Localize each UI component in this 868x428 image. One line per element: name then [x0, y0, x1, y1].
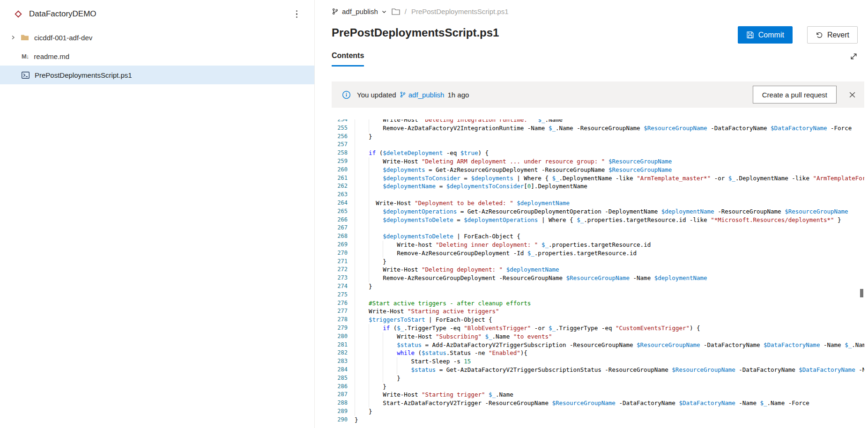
editor-line[interactable]: 257	[329, 140, 864, 149]
editor-scrollbar-handle[interactable]	[860, 289, 863, 297]
commit-label: Commit	[758, 31, 784, 39]
breadcrumb-file: PrePostDeploymentsScript.ps1	[411, 7, 509, 15]
editor-line[interactable]: 282 while ($status.Status -ne "Enabled")…	[329, 349, 864, 357]
data-factory-logo-icon	[14, 10, 22, 18]
editor-line[interactable]: 263	[329, 191, 864, 199]
editor-line[interactable]: 288 Start-AzDataFactoryV2Trigger -Resour…	[329, 399, 864, 407]
editor-line[interactable]: 270 Remove-AzResourceGroupDeployment -Id…	[329, 249, 864, 258]
breadcrumb: adf_publish / PrePostDeploymentsScript.p…	[332, 7, 509, 15]
factory-name: DataFactoryDEMO	[29, 9, 293, 19]
create-pull-request-button[interactable]: Create a pull request	[753, 86, 837, 103]
action-buttons: Commit Revert	[738, 26, 858, 44]
editor-line[interactable]: 268 $deploymentsToDelete | ForEach-Objec…	[329, 232, 864, 241]
editor-line[interactable]: 265 $deploymentOperations = Get-AzResour…	[329, 207, 864, 216]
code-editor[interactable]: 254 Write-Host "Deleting integration run…	[329, 119, 864, 428]
expand-icon[interactable]	[850, 52, 858, 60]
markdown-icon: M↓	[22, 53, 29, 60]
notification-prefix: You updated	[357, 91, 396, 99]
editor-line[interactable]: 266 $deploymentsToDelete = $deploymentOp…	[329, 216, 864, 224]
repo-header: DataFactoryDEMO	[0, 0, 314, 28]
branch-name: adf_publish	[342, 7, 378, 15]
editor-line[interactable]: 256 }	[329, 133, 864, 141]
folder-icon	[21, 34, 29, 41]
editor-line[interactable]: 274 }	[329, 282, 864, 291]
git-branch-icon	[332, 8, 339, 15]
info-icon	[342, 90, 351, 99]
sidebar-item-readme[interactable]: M↓ readme.md	[0, 47, 314, 66]
editor-line[interactable]: 285 }	[329, 374, 864, 383]
editor-line[interactable]: 254 Write-Host "Deleting integration run…	[329, 119, 864, 124]
editor-line[interactable]: 271 }	[329, 258, 864, 266]
save-icon	[746, 31, 754, 39]
tab-contents[interactable]: Contents	[332, 52, 364, 66]
tab-bar: Contents	[332, 52, 858, 67]
editor-line[interactable]: 280 Write-Host "Subscribing" $_.Name "to…	[329, 332, 864, 341]
git-branch-icon	[400, 91, 406, 98]
editor-line[interactable]: 260 $deployments = Get-AzResourceGroupDe…	[329, 166, 864, 174]
notification-message: You updated adf_publish 1h ago	[357, 91, 747, 99]
sidebar-item-label: PrePostDeploymentsScript.ps1	[35, 71, 132, 79]
powershell-file-icon	[22, 72, 30, 79]
editor-line[interactable]: 287 Write-Host "Starting trigger" $_.Nam…	[329, 391, 864, 399]
revert-label: Revert	[827, 31, 849, 39]
code-lines: 254 Write-Host "Deleting integration run…	[329, 119, 864, 424]
editor-line[interactable]: 283 Start-Sleep -s 15	[329, 357, 864, 366]
editor-line[interactable]: 269 Write-host "Deleting inner deploymen…	[329, 241, 864, 249]
branch-link-text[interactable]: adf_publish	[408, 91, 445, 99]
editor-line[interactable]: 259 Write-Host "Deleting ARM deployment …	[329, 157, 864, 166]
editor-line[interactable]: 279 if ($_.TriggerType -eq "BlobEventsTr…	[329, 324, 864, 332]
sidebar-item-label: cicddf-001-adf-dev	[34, 34, 92, 42]
editor-line[interactable]: 262 $deploymentName = $deploymentsToCons…	[329, 182, 864, 191]
notification-bar: You updated adf_publish 1h ago Create a …	[332, 81, 864, 108]
folder-icon	[392, 8, 400, 15]
more-options-icon[interactable]	[293, 7, 301, 21]
editor-line[interactable]: 286 }	[329, 383, 864, 391]
editor-line[interactable]: 290}	[329, 416, 864, 424]
notification-time: 1h ago	[447, 91, 469, 99]
undo-icon	[816, 31, 823, 39]
revert-button[interactable]: Revert	[807, 26, 858, 44]
editor-line[interactable]: 275	[329, 291, 864, 299]
editor-line[interactable]: 277 Write-Host "Starting active triggers…	[329, 307, 864, 316]
close-icon[interactable]	[847, 89, 858, 100]
editor-line[interactable]: 278 $triggersToStart | ForEach-Object {	[329, 316, 864, 324]
commit-button[interactable]: Commit	[738, 26, 793, 44]
breadcrumb-separator: /	[405, 7, 407, 15]
sidebar-item-script[interactable]: PrePostDeploymentsScript.ps1	[0, 66, 314, 84]
main-panel: adf_publish / PrePostDeploymentsScript.p…	[315, 0, 868, 428]
editor-line[interactable]: 264 Write-Host "Deployment to be deleted…	[329, 199, 864, 207]
page-title: PrePostDeploymentsScript.ps1	[332, 26, 499, 39]
editor-line[interactable]: 281 $status = Add-AzDataFactoryV2Trigger…	[329, 341, 864, 349]
file-tree: cicddf-001-adf-dev M↓ readme.md PrePostD…	[0, 28, 314, 84]
sidebar-item-folder[interactable]: cicddf-001-adf-dev	[0, 28, 314, 47]
editor-line[interactable]: 272 Write-Host "Deleting deployment: " $…	[329, 266, 864, 274]
editor-line[interactable]: 267	[329, 224, 864, 232]
editor-line[interactable]: 258 if ($deleteDeployment -eq $true) {	[329, 149, 864, 157]
chevron-down-icon	[381, 9, 387, 15]
branch-link[interactable]: adf_publish	[400, 91, 445, 99]
chevron-right-icon[interactable]	[10, 35, 16, 40]
editor-line[interactable]: 276 #Start active triggers - after clean…	[329, 299, 864, 308]
editor-line[interactable]: 261 $deploymentsToConsider = $deployment…	[329, 174, 864, 183]
editor-line[interactable]: 284 $status = Get-AzDataFactoryV2Trigger…	[329, 366, 864, 374]
sidebar-item-label: readme.md	[34, 52, 69, 60]
editor-line[interactable]: 273 Remove-AzResourceGroupDeployment -Re…	[329, 274, 864, 282]
editor-line[interactable]: 289 }	[329, 407, 864, 416]
editor-line[interactable]: 255 Remove-AzDataFactoryV2IntegrationRun…	[329, 124, 864, 133]
branch-selector[interactable]: adf_publish	[332, 7, 387, 15]
sidebar: DataFactoryDEMO cicddf-001-adf-dev M↓ re…	[0, 0, 315, 428]
